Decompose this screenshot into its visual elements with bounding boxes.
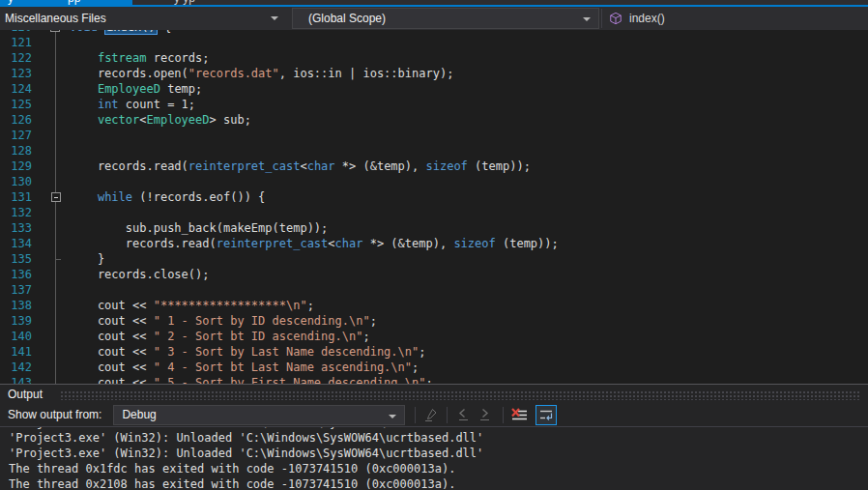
next-message-button[interactable]: [474, 405, 495, 425]
navbar-divider: [601, 9, 602, 28]
line-number: 139: [0, 313, 46, 329]
code-line[interactable]: 135 }: [0, 251, 868, 267]
code-line[interactable]: 131 while (!records.eof()) {: [0, 189, 868, 205]
previous-message-button[interactable]: [452, 405, 474, 425]
code-text: cout << " 5 - Sort by First Name descend…: [70, 375, 433, 384]
project-dropdown-label: Miscellaneous Files: [5, 12, 106, 25]
outlining-gutter: [46, 112, 70, 128]
code-text: cout << " 1 - Sort by ID descending.\n";: [70, 313, 377, 329]
line-number: 124: [0, 81, 46, 97]
line-number: 127: [0, 128, 46, 143]
output-lines: 'Project3.exe' (Win32): Unloaded 'C:\Win…: [0, 427, 868, 490]
outlining-gutter: [46, 267, 70, 282]
code-lines: 120void index() {121122 fstream records;…: [0, 30, 868, 384]
panel-drag-grip[interactable]: [60, 390, 860, 400]
code-line[interactable]: 134 records.read(reinterpret_cast<char *…: [0, 236, 868, 251]
line-number: 138: [0, 298, 46, 313]
outlining-gutter: [46, 159, 70, 174]
output-line: The thread 0x2108 has exited with code -…: [0, 476, 868, 490]
code-text: cout << " 2 - Sort bt ID ascending.\n";: [70, 329, 370, 344]
editor-navigation-bar: Miscellaneous Files (Global Scope) index…: [0, 7, 868, 30]
chevron-down-icon: [583, 17, 591, 21]
code-line[interactable]: 141 cout << " 3 - Sort by Last Name desc…: [0, 344, 868, 360]
output-panel-titlebar[interactable]: Output: [0, 386, 868, 403]
line-number: 122: [0, 50, 46, 66]
outlining-gutter: [46, 236, 70, 251]
outlining-gutter: [46, 298, 70, 313]
outlining-gutter: [46, 282, 70, 298]
code-line[interactable]: 136 records.close();: [0, 267, 868, 282]
output-source-dropdown[interactable]: Debug: [113, 405, 405, 425]
prev-message-icon: [455, 407, 471, 422]
code-line[interactable]: 142 cout << " 4 - Sort bt Last Name asce…: [0, 360, 868, 375]
code-line[interactable]: 138 cout << "******************\n";: [0, 298, 868, 313]
code-line[interactable]: 125 int count = 1;: [0, 97, 868, 112]
code-line[interactable]: 123 records.open("records.dat", ios::in …: [0, 66, 868, 81]
toolbar-separator: [503, 407, 504, 423]
chevron-down-icon: [271, 16, 278, 20]
code-line[interactable]: 124 EmployeeD temp;: [0, 81, 868, 97]
code-line[interactable]: 128: [0, 143, 868, 159]
code-line[interactable]: 121: [0, 35, 868, 50]
outlining-gutter: [46, 205, 70, 220]
code-line[interactable]: 129 records.read(reinterpret_cast<char *…: [0, 159, 868, 174]
function-dropdown[interactable]: index(): [609, 8, 665, 29]
scope-dropdown-label: (Global Scope): [308, 12, 386, 25]
code-text: records.read(reinterpret_cast<char *> (&…: [70, 236, 559, 251]
outlining-gutter: [46, 360, 70, 375]
outlining-gutter: [46, 66, 70, 81]
code-line[interactable]: 127: [0, 128, 868, 143]
code-line[interactable]: 140 cout << " 2 - Sort bt ID ascending.\…: [0, 329, 868, 344]
code-text: void index() {: [70, 30, 171, 35]
line-number: 123: [0, 66, 46, 81]
code-text: fstream records;: [70, 50, 210, 66]
outlining-gutter: [46, 344, 70, 360]
outlining-gutter: [46, 375, 70, 384]
output-line: 'Project3.exe' (Win32): Unloaded 'C:\Win…: [0, 430, 868, 446]
outlining-gutter: [46, 220, 70, 236]
output-line: 'Project3.exe' (Win32): Unloaded 'C:\Win…: [0, 446, 868, 461]
outlining-gutter: [46, 329, 70, 344]
line-number: 128: [0, 143, 46, 159]
collapse-toggle-fragment[interactable]: [50, 30, 60, 32]
word-wrap-icon: [538, 408, 554, 421]
outlining-gutter: [46, 174, 70, 189]
code-editor[interactable]: 120void index() {121122 fstream records;…: [0, 30, 868, 384]
output-log[interactable]: 'Project3.exe' (Win32): Unloaded 'C:\Win…: [0, 427, 868, 490]
vs-window: y pp y yp Miscellaneous Files (Global Sc…: [0, 0, 868, 490]
outlining-guide-line: [55, 30, 56, 384]
outlining-end-tick: [55, 259, 61, 260]
code-line[interactable]: 139 cout << " 1 - Sort by ID descending.…: [0, 313, 868, 329]
code-text: int count = 1;: [70, 97, 195, 112]
code-text: records.open("records.dat", ios::in | io…: [70, 66, 453, 81]
code-line[interactable]: 126 vector<EmployeeD> sub;: [0, 112, 868, 128]
line-number: 131: [0, 189, 46, 205]
clear-all-button[interactable]: [508, 405, 530, 425]
code-line[interactable]: 122 fstream records;: [0, 50, 868, 66]
next-message-icon: [477, 407, 492, 422]
code-line[interactable]: 137: [0, 282, 868, 298]
scope-dropdown[interactable]: (Global Scope): [292, 8, 599, 29]
line-number: 141: [0, 344, 46, 360]
code-text: cout << "******************\n";: [70, 298, 314, 313]
method-cube-icon: [609, 12, 622, 25]
outlining-gutter: [46, 97, 70, 112]
code-text: }: [70, 251, 104, 267]
code-line[interactable]: 130: [0, 174, 868, 189]
code-line[interactable]: 143 cout << " 5 - Sort by First Name des…: [0, 375, 868, 384]
word-wrap-toggle-button[interactable]: [535, 405, 557, 425]
code-line[interactable]: 133 sub.push_back(makeEmp(temp));: [0, 220, 868, 236]
line-number: 137: [0, 282, 46, 298]
code-text: sub.push_back(makeEmp(temp));: [70, 220, 328, 236]
project-dropdown[interactable]: Miscellaneous Files: [0, 8, 286, 29]
line-number: 129: [0, 159, 46, 174]
outlining-gutter: [46, 50, 70, 66]
line-number: 140: [0, 329, 46, 344]
line-number: 142: [0, 360, 46, 375]
line-number: 126: [0, 112, 46, 128]
collapse-toggle-icon[interactable]: [51, 192, 61, 202]
find-message-button[interactable]: [420, 405, 442, 425]
output-toolbar: Show output from: Debug: [0, 403, 868, 427]
code-line[interactable]: 132: [0, 205, 868, 220]
outlining-gutter: [46, 128, 70, 143]
